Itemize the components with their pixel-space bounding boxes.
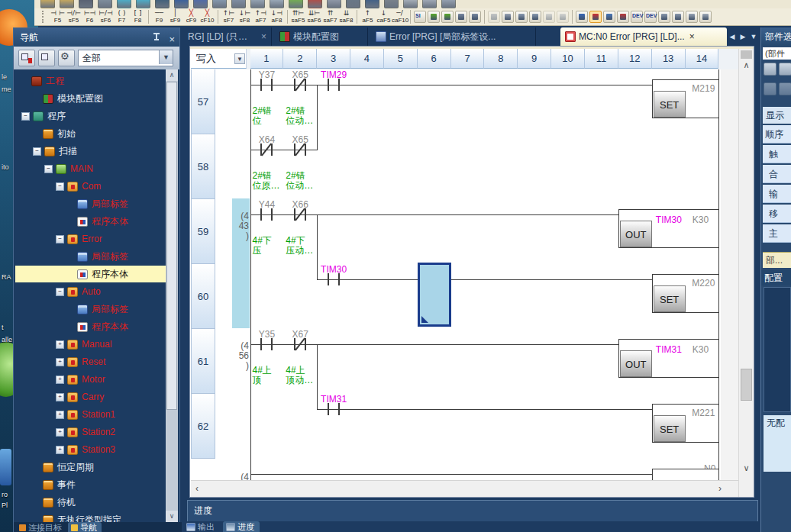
nav-tab-导航[interactable]: 导航 [68,522,102,532]
vscrollbar-thumb[interactable] [741,369,752,401]
tree-item-无执行类型指定[interactable]: 无执行类型指定 [15,511,166,522]
part-category-移[interactable]: 移 [763,205,791,223]
expand-icon[interactable]: + [56,411,64,419]
row-header-57[interactable]: 57 [191,69,215,134]
statement-edit-icon[interactable] [455,11,467,23]
display-lines-icon[interactable] [699,11,712,23]
tree-item-Error[interactable]: −Error [15,231,166,247]
cross-reference-icon[interactable] [576,11,588,23]
tree-item-局部标签[interactable]: 局部标签 [15,248,166,265]
tree-item-Manual[interactable]: +Manual [15,336,166,353]
find-next-icon[interactable] [779,63,791,76]
tab-scroll-left-icon[interactable]: ◀ [727,27,738,46]
instruction-block-OUT-TIM30[interactable]: OUTTIM30K30 [618,209,720,248]
toolbar-drag-handle[interactable] [42,11,47,23]
dock-tab-输出[interactable]: 输出 [183,521,220,532]
tree-item-程序本体[interactable]: 程序本体 [15,266,166,282]
tree-item-初始[interactable]: 初始 [15,125,166,142]
ladder-key-caF5[interactable]: ↓caF5 [376,8,392,25]
delete-row-icon[interactable] [557,11,569,23]
column-header-12[interactable]: 12 [618,49,652,69]
tree-item-程序本体[interactable]: 程序本体 [15,318,166,335]
column-header-7[interactable]: 7 [451,49,485,69]
expand-icon[interactable]: + [56,358,64,366]
gear-icon[interactable] [346,0,360,8]
part-category-主[interactable]: 主 [763,224,791,243]
row-header-60[interactable]: 60 [191,264,215,329]
device-display-off-icon[interactable]: DEV [644,11,657,23]
scroll-up-icon[interactable]: ∧ [739,60,754,70]
device-comment-icon[interactable] [212,0,227,8]
note-display-icon[interactable] [686,11,698,23]
device-check-icon[interactable] [589,11,602,23]
ladder-key-saF8[interactable]: ⇊saF8 [338,8,354,25]
column-header-13[interactable]: 13 [652,49,686,69]
chevron-down-icon[interactable]: ▼ [159,50,173,64]
tree-item-工程[interactable]: 工程 [15,73,166,89]
tab-scroll-right-icon[interactable]: ▶ [738,27,748,46]
ladder-vertical-scrollbar[interactable]: ∧ ∨ [738,49,754,497]
tree-item-Reset[interactable]: +Reset [15,353,166,370]
row-header-59[interactable]: 59 [191,199,215,264]
cut-icon[interactable] [117,0,131,8]
scroll-left-icon[interactable]: ‹ [195,483,199,494]
tree-expand-button[interactable] [38,50,55,66]
tab-error-label[interactable]: Error [PRG] [局部标签设... [371,27,536,46]
part-category-输[interactable]: 输 [763,185,791,203]
ladder-key-F8[interactable]: [ ]F8 [130,8,146,25]
row-header-62[interactable]: 62 [191,394,215,459]
column-header-5[interactable]: 5 [384,49,418,69]
expand-icon[interactable]: + [56,340,64,349]
ladder-key-F6[interactable]: ⊢⊣F6 [82,8,98,25]
chevron-down-icon[interactable]: ▼ [234,53,245,64]
ladder-key-aF7[interactable]: ↑⊣aF7 [253,8,269,25]
tree-collapse-all-button[interactable] [18,50,35,66]
tree-item-局部标签[interactable]: 局部标签 [15,195,166,212]
collapse-icon[interactable]: − [21,112,30,121]
favorite-star-icon[interactable] [764,82,776,95]
ghost-icon[interactable] [327,0,341,8]
column-header-11[interactable]: 11 [585,49,618,69]
table-icon[interactable] [250,0,265,8]
redo-icon[interactable] [193,0,208,8]
edit-coil-icon[interactable] [441,11,454,23]
column-header-8[interactable]: 8 [484,49,518,69]
tab-mc-error[interactable]: MC:N0 Error [PRG] [LD]...× [560,27,727,46]
find-icon[interactable] [515,11,528,23]
tree-scrollbar-thumb[interactable] [166,82,177,410]
ladder-key-sF9[interactable]: │sF9 [167,8,183,25]
instruction-block-OUT-TIM31[interactable]: OUTTIM31K30 [618,339,720,378]
collapse-icon[interactable]: − [56,182,64,191]
ladder-key-F7[interactable]: ( )F7 [114,8,130,25]
tree-item-MAIN[interactable]: −MAIN [15,160,166,177]
device-find-icon[interactable] [603,11,615,23]
expand-icon[interactable]: + [56,376,64,384]
ladder-key-caF10[interactable]: ─/caF10 [392,8,408,25]
pin-icon[interactable] [152,32,161,41]
tree-item-待机[interactable]: 待机 [15,494,166,511]
tree-item-Motor[interactable]: +Motor [15,371,166,388]
instruction-block-SET-M220[interactable]: SETM220 [652,274,720,313]
open-project-icon[interactable] [60,0,74,8]
scroll-right-icon[interactable]: › [718,483,722,494]
edit-cursor-cell[interactable] [418,263,451,327]
scroll-down-icon[interactable]: ∨ [739,463,754,473]
close-icon[interactable]: × [689,31,695,42]
tree-item-Auto[interactable]: −Auto [15,283,166,300]
parameter-icon[interactable] [231,0,246,8]
tree-item-Station2[interactable]: +Station2 [15,424,166,440]
write-mode-cell[interactable]: 写入 ▼ [191,49,247,69]
ladder-key-cF10[interactable]: ╳cF10 [199,8,215,25]
copy-icon[interactable] [136,0,150,8]
tab-module-config[interactable]: 模块配置图 [275,27,368,46]
grid-icon[interactable] [270,0,284,8]
print-icon[interactable] [98,0,112,8]
ladder-key-aF8[interactable]: ↓⊣aF8 [269,8,285,25]
ladder-key-sF7[interactable]: ↑⊢sF7 [221,8,237,25]
device-display-icon[interactable]: DEV [631,11,643,23]
ladder-key-saF6[interactable]: ⇊⊢saF6 [306,8,322,25]
collapse-icon[interactable]: − [33,147,41,156]
find-part-icon[interactable] [764,63,776,76]
ladder-key-aF5[interactable]: ↑aF5 [360,8,376,25]
column-header-6[interactable]: 6 [418,49,451,69]
